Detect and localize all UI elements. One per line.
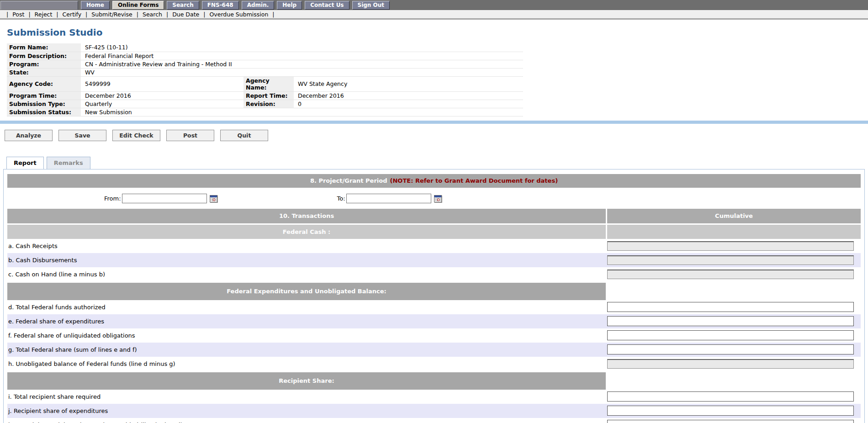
save-button[interactable]: Save [58,130,106,141]
separator-pipe: | [137,11,138,18]
row-label-g: g. Total Federal share (sum of lines e a… [8,346,137,353]
row-label-b: b. Cash Disbursements [8,257,77,264]
row-label-cell: f. Federal share of unliquidated obligat… [7,332,606,339]
actionbar-item-submit-revise[interactable]: Submit/Revise [91,11,132,18]
section-header-federal-expenditures-and-unobligated-balance: Federal Expenditures and Unobligated Bal… [7,283,861,300]
actionbar-item-overdue-submission[interactable]: Overdue Submission [209,11,268,18]
details-label-state: State: [7,68,81,76]
row-label-k: k. Remaining recipient share to be provi… [8,422,183,423]
row-input-cell [607,391,861,402]
topnav-item-home[interactable]: Home [81,1,110,10]
row-label-i: i. Total recipient share required [8,393,101,400]
details-value-submission-type: Quarterly [81,100,243,108]
section-header-cumulative-cell [607,372,861,390]
row-label-cell: i. Total recipient share required [7,393,606,400]
actionbar-item-post[interactable]: Post [12,11,24,18]
topnav-item-search[interactable]: Search [167,1,199,10]
transaction-row-g: g. Total Federal share (sum of lines e a… [7,343,861,357]
details-label-agency-code: Agency Code: [7,76,81,91]
top-navigation: HomeOnline FormsSearchFNS-648Admin.HelpC… [0,0,868,10]
details-row: Submission Type:QuarterlyRevision:0 [7,100,523,108]
separator-pipe: | [166,11,168,18]
details-label-form-description: Form Description: [7,52,81,60]
calendar-icon[interactable] [434,195,442,202]
section-header-label: Federal Expenditures and Unobligated Bal… [7,283,606,300]
row-input-cell [607,302,861,312]
to-date-input[interactable] [346,194,431,203]
calendar-icon-today [213,199,215,201]
topnav-item-sign-out[interactable]: Sign Out [352,1,390,10]
details-row: State:WV [7,68,523,76]
section-header-label: Federal Cash : [7,225,606,239]
topnav-item-help[interactable]: Help [277,1,302,10]
separator-pipe: | [85,11,87,18]
from-date-input[interactable] [122,194,207,203]
row-label-cell: h. Unobligated balance of Federal funds … [7,360,606,367]
details-value-revision: 0 [294,100,523,108]
action-bar: |Post|Reject|Certify|Submit/Revise|Searc… [0,10,868,20]
cumulative-input-i[interactable] [607,391,854,402]
transaction-row-b: b. Cash Disbursements [7,253,861,267]
row-label-f: f. Federal share of unliquidated obligat… [8,332,135,339]
transactions-header-row: 10. Transactions Cumulative [7,209,861,223]
page-title: Submission Studio [7,27,868,38]
period-header-note: (NOTE: Refer to Grant Award Document for… [390,177,558,184]
row-label-cell: b. Cash Disbursements [7,257,606,264]
cumulative-input-g[interactable] [607,344,854,354]
from-label: From: [104,195,121,202]
calendar-icon-header [434,196,441,197]
actionbar-item-search[interactable]: Search [143,11,162,18]
row-label-cell: a. Cash Receipts [7,243,606,249]
cumulative-input-h [607,359,854,369]
topnav-item-contact-us[interactable]: Contact Us [305,1,349,10]
calendar-icon[interactable] [210,195,217,202]
actionbar-item-due-date[interactable]: Due Date [172,11,199,18]
section-header-cumulative-cell [607,225,861,239]
details-value-report-time: December 2016 [294,91,523,100]
separator-pipe: | [28,11,30,18]
row-label-j: j. Recipient share of expenditures [8,407,108,414]
cumulative-input-d[interactable] [607,302,854,312]
nav-lead-segment [0,1,78,10]
tab-report[interactable]: Report [6,157,44,169]
report-panel: 8. Project/Grant Period (NOTE: Refer to … [3,169,865,423]
row-label-cell: e. Federal share of expenditures [7,318,606,325]
cumulative-input-k[interactable] [607,420,854,423]
quit-button[interactable]: Quit [220,130,268,141]
toolbar: AnalyzeSaveEdit CheckPostQuit [5,130,868,141]
transaction-row-j: j. Recipient share of expenditures [7,404,861,418]
details-row: Agency Code:5499999Agency Name:WV State … [7,76,523,91]
edit-check-button[interactable]: Edit Check [112,130,160,141]
calendar-icon-today [437,199,439,201]
row-label-cell: g. Total Federal share (sum of lines e a… [7,346,606,353]
transaction-row-k: k. Remaining recipient share to be provi… [7,418,861,423]
cumulative-input-f[interactable] [607,330,854,340]
row-input-cell [607,255,861,265]
actionbar-item-reject[interactable]: Reject [35,11,53,18]
cumulative-input-j[interactable] [607,406,854,416]
to-label: To: [337,195,345,202]
details-value-program: CN - Administrative Review and Training … [81,60,523,68]
cumulative-input-e[interactable] [607,316,854,326]
details-label-submission-type: Submission Type: [7,100,81,108]
transaction-row-h: h. Unobligated balance of Federal funds … [7,357,861,371]
tab-remarks[interactable]: Remarks [47,157,90,169]
analyze-button[interactable]: Analyze [5,130,53,141]
calendar-icon-header [210,196,217,197]
topnav-item-fns-648[interactable]: FNS-648 [202,1,239,10]
transaction-row-d: d. Total Federal funds authorized [7,300,861,314]
cumulative-input-b [607,255,854,265]
details-value-agency-code: 5499999 [81,76,243,91]
details-label-program-time: Program Time: [7,91,81,100]
transaction-row-f: f. Federal share of unliquidated obligat… [7,328,861,343]
details-label-report-time: Report Time: [243,91,294,100]
actionbar-item-certify[interactable]: Certify [63,11,82,18]
details-row: Submission Status:New Submission [7,108,523,116]
row-input-cell [607,406,861,416]
transaction-row-c: c. Cash on Hand (line a minus b) [7,267,861,281]
topnav-item-admin[interactable]: Admin. [242,1,275,10]
row-label-cell: j. Recipient share of expenditures [7,407,606,414]
details-row: Form Name:SF-425 (10-11) [7,43,523,52]
topnav-item-online-forms[interactable]: Online Forms [112,1,164,10]
post-button[interactable]: Post [166,130,214,141]
